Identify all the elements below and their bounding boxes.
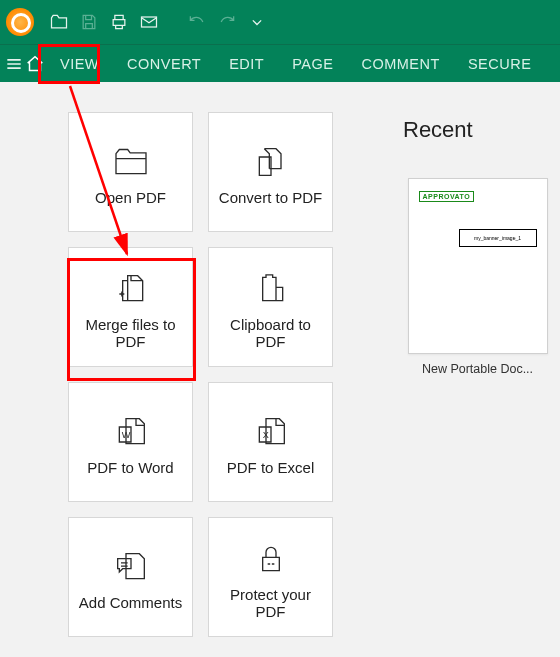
tile-label: Merge files to PDF [69, 314, 192, 351]
svg-rect-0 [142, 17, 157, 27]
menu-edit-label: EDIT [229, 56, 264, 72]
recent-doc-caption: New Portable Doc... [403, 362, 552, 376]
open-file-icon[interactable] [44, 7, 74, 37]
pdf-to-word-icon: W [111, 407, 151, 457]
home-content: Open PDF Convert to PDF Merge files to P… [0, 82, 560, 637]
top-toolbar [0, 0, 560, 44]
lock-icon [251, 534, 291, 584]
menu-secure-label: SECURE [468, 56, 531, 72]
menu-convert[interactable]: CONVERT [113, 45, 215, 82]
thumb-field-text: my_banner_image_1 [460, 236, 536, 241]
tile-label: PDF to Excel [219, 457, 323, 476]
merge-files-icon [111, 264, 151, 314]
menu-comment-label: COMMENT [361, 56, 439, 72]
tile-label: Open PDF [87, 187, 174, 206]
redo-icon [212, 7, 242, 37]
recent-panel: Recent APPROVATO my_banner_image_1 New P… [403, 112, 552, 637]
tile-label: Clipboard to PDF [209, 314, 332, 351]
menu-page-label: PAGE [292, 56, 333, 72]
tile-label: Convert to PDF [211, 187, 330, 206]
tile-label: Add Comments [71, 592, 190, 611]
comments-icon [111, 542, 151, 592]
folder-open-icon [111, 137, 151, 187]
more-chevron-icon[interactable] [242, 7, 272, 37]
clipboard-icon [251, 264, 291, 314]
menu-page[interactable]: PAGE [278, 45, 347, 82]
home-button[interactable] [24, 45, 46, 83]
tile-label: Protect your PDF [209, 584, 332, 621]
stamp-label: APPROVATO [419, 191, 475, 202]
menu-edit[interactable]: EDIT [215, 45, 278, 82]
menu-secure[interactable]: SECURE [454, 45, 545, 82]
tile-convert-to-pdf[interactable]: Convert to PDF [208, 112, 333, 232]
tile-merge-files[interactable]: Merge files to PDF [68, 247, 193, 367]
print-icon[interactable] [104, 7, 134, 37]
menu-view[interactable]: VIEW [46, 45, 113, 82]
tile-open-pdf[interactable]: Open PDF [68, 112, 193, 232]
svg-text:W: W [121, 430, 130, 440]
menu-convert-label: CONVERT [127, 56, 201, 72]
menu-form[interactable]: FORM [545, 45, 560, 82]
recent-heading: Recent [403, 117, 552, 143]
tile-add-comments[interactable]: Add Comments [68, 517, 193, 637]
pdf-to-excel-icon: X [251, 407, 291, 457]
tile-protect-pdf[interactable]: Protect your PDF [208, 517, 333, 637]
undo-icon [182, 7, 212, 37]
tile-pdf-to-excel[interactable]: X PDF to Excel [208, 382, 333, 502]
app-logo-icon [6, 8, 34, 36]
hamburger-menu-icon[interactable] [4, 49, 24, 79]
svg-text:X: X [262, 430, 268, 440]
tile-pdf-to-word[interactable]: W PDF to Word [68, 382, 193, 502]
mail-icon[interactable] [134, 7, 164, 37]
recent-doc-thumbnail[interactable]: APPROVATO my_banner_image_1 [408, 178, 548, 354]
save-icon [74, 7, 104, 37]
menu-view-label: VIEW [60, 56, 99, 72]
tile-label: PDF to Word [79, 457, 181, 476]
menu-bar: VIEW CONVERT EDIT PAGE COMMENT SECURE FO… [0, 44, 560, 82]
action-tiles-grid: Open PDF Convert to PDF Merge files to P… [68, 112, 333, 637]
menu-comment[interactable]: COMMENT [347, 45, 453, 82]
convert-icon [251, 137, 291, 187]
tile-clipboard-to-pdf[interactable]: Clipboard to PDF [208, 247, 333, 367]
thumb-field: my_banner_image_1 [459, 229, 537, 247]
